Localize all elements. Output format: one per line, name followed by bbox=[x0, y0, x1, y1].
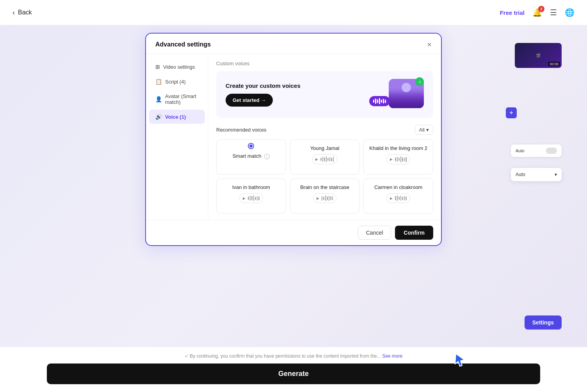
notification-button[interactable]: 🔔 2 bbox=[532, 8, 542, 17]
chevron-down-icon: ▾ bbox=[426, 127, 429, 133]
section-label: Custom voices bbox=[216, 61, 433, 66]
checkbox-icon: ✓ bbox=[185, 353, 189, 359]
see-more-link[interactable]: See more bbox=[382, 353, 402, 359]
add-button[interactable]: + bbox=[506, 107, 517, 118]
right-panel-decoration: 🎬 00:06 bbox=[515, 43, 562, 70]
toggle-panel: Auto bbox=[511, 144, 562, 157]
voice-name: Brain on the staircase bbox=[300, 184, 349, 190]
sidebar-item-label: Video settings bbox=[163, 64, 195, 70]
time-badge: 00:06 bbox=[548, 62, 560, 66]
back-label[interactable]: Back bbox=[18, 9, 32, 16]
disclaimer-text: ✓ By continuing, you confirm that you ha… bbox=[47, 353, 540, 359]
menu-button[interactable]: ☰ bbox=[550, 8, 557, 17]
recommended-header: Recommended voices All ▾ bbox=[216, 125, 433, 135]
topbar-right: Free trial 🔔 2 ☰ 🌐 bbox=[500, 8, 575, 17]
dialog-footer: Cancel Confirm bbox=[146, 220, 441, 245]
info-icon: i bbox=[264, 154, 270, 159]
voice-card-brain[interactable]: Brain on the staircase ▶ bbox=[290, 178, 360, 214]
sidebar-item-avatar[interactable]: 👤 Avatar (Smart match) bbox=[149, 89, 205, 109]
sidebar-item-voice[interactable]: 🔊 Voice (1) bbox=[149, 110, 205, 124]
dialog-title: Advanced settings bbox=[155, 41, 211, 48]
topbar-left: ‹ Back bbox=[12, 9, 32, 17]
script-icon: 📋 bbox=[155, 78, 162, 85]
sidebar-item-label: Voice (1) bbox=[165, 114, 186, 120]
voice-name: Ivan in bathroom bbox=[232, 184, 270, 190]
waveform-overlay bbox=[369, 96, 390, 106]
voice-name: Carmen in cloakroom bbox=[374, 184, 423, 190]
confirm-button[interactable]: Confirm bbox=[395, 226, 433, 240]
bottom-bar: ✓ By continuing, you confirm that you ha… bbox=[0, 347, 587, 392]
content-area: Custom voices Create your custom voices … bbox=[208, 54, 441, 220]
green-status-dot: ♫ bbox=[415, 77, 424, 86]
dialog-body: ⊞ Video settings 📋 Script (4) 👤 Avatar (… bbox=[146, 54, 441, 220]
voice-card-smart-match[interactable]: Smart match i bbox=[216, 139, 286, 175]
play-icon: ▶ bbox=[315, 157, 318, 161]
play-icon: ▶ bbox=[317, 196, 319, 200]
voice-name: Young Jamal bbox=[310, 145, 340, 151]
custom-voices-banner: Create your custom voices Get started → bbox=[216, 71, 433, 118]
voice-card-khalid[interactable]: Khalid in the living room 2 ▶ bbox=[363, 139, 433, 175]
play-icon: ▶ bbox=[390, 196, 393, 200]
voice-card-young-jamal[interactable]: Young Jamal ▶ bbox=[290, 139, 360, 175]
dialog-header: Advanced settings × bbox=[146, 34, 441, 54]
video-thumbnail: 🎬 00:06 bbox=[515, 43, 562, 68]
selected-radio bbox=[249, 144, 253, 148]
dialog-sidebar: ⊞ Video settings 📋 Script (4) 👤 Avatar (… bbox=[146, 54, 208, 220]
advanced-settings-dialog: Advanced settings × ⊞ Video settings 📋 S… bbox=[145, 33, 442, 246]
dialog-wrapper: Advanced settings × ⊞ Video settings 📋 S… bbox=[0, 25, 587, 392]
voice-card-carmen[interactable]: Carmen in cloakroom ▶ bbox=[363, 178, 433, 214]
sidebar-item-label: Script (4) bbox=[165, 79, 186, 85]
get-started-button[interactable]: Get started → bbox=[226, 94, 273, 107]
filter-value: All bbox=[419, 127, 425, 133]
voice-name: Smart match i bbox=[233, 153, 270, 159]
dropdown-value: Auto bbox=[516, 172, 525, 177]
close-button[interactable]: × bbox=[427, 41, 432, 48]
voice-name: Khalid in the living room 2 bbox=[369, 145, 427, 151]
voice-waveform[interactable]: ▶ bbox=[313, 193, 337, 203]
sidebar-item-video-settings[interactable]: ⊞ Video settings bbox=[149, 60, 205, 74]
voice-waveform[interactable]: ▶ bbox=[239, 193, 263, 203]
toggle-switch[interactable] bbox=[546, 148, 557, 154]
filter-dropdown[interactable]: All ▾ bbox=[415, 125, 433, 135]
play-icon: ▶ bbox=[390, 157, 393, 161]
video-settings-icon: ⊞ bbox=[155, 64, 160, 70]
banner-visual: ♫ bbox=[377, 79, 424, 110]
avatar-icon: 👤 bbox=[155, 96, 162, 102]
play-icon: ▶ bbox=[243, 196, 245, 200]
voice-grid: Smart match i Young Jamal ▶ bbox=[216, 139, 433, 214]
cancel-button[interactable]: Cancel bbox=[358, 226, 391, 240]
notification-badge: 2 bbox=[538, 6, 544, 12]
toggle-label: Auto bbox=[516, 148, 525, 153]
voice-card-ivan[interactable]: Ivan in bathroom ▶ bbox=[216, 178, 286, 214]
banner-title: Create your custom voices bbox=[226, 82, 301, 89]
back-chevron-icon[interactable]: ‹ bbox=[12, 9, 15, 17]
thumbnail-content: 🎬 bbox=[536, 53, 541, 58]
banner-text: Create your custom voices Get started → bbox=[226, 82, 301, 107]
chevron-down-icon: ▾ bbox=[555, 172, 557, 177]
recommended-label: Recommended voices bbox=[216, 127, 267, 133]
voice-icon: 🔊 bbox=[155, 114, 162, 120]
topbar: ‹ Back Free trial 🔔 2 ☰ 🌐 bbox=[0, 0, 587, 25]
voice-waveform[interactable]: ▶ bbox=[386, 193, 410, 203]
voice-waveform[interactable]: ▶ bbox=[312, 154, 337, 164]
voice-waveform[interactable]: ▶ bbox=[386, 154, 410, 164]
free-trial-button[interactable]: Free trial bbox=[500, 9, 525, 16]
generate-button[interactable]: Generate bbox=[47, 363, 540, 384]
settings-button[interactable]: Settings bbox=[525, 315, 562, 330]
sidebar-item-label: Avatar (Smart match) bbox=[165, 93, 199, 105]
dropdown-decoration[interactable]: Auto ▾ bbox=[511, 168, 562, 181]
globe-button[interactable]: 🌐 bbox=[565, 8, 575, 17]
sidebar-item-script[interactable]: 📋 Script (4) bbox=[149, 75, 205, 89]
